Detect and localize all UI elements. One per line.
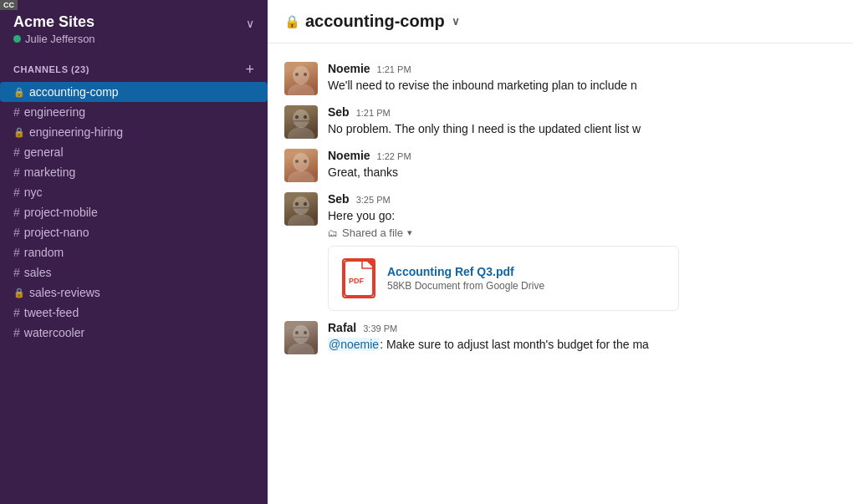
workspace-chevron[interactable]: ∨ xyxy=(246,17,254,30)
shared-file-line: 🗂Shared a file▾ xyxy=(328,227,836,239)
message-group: Seb3:25 PMHere you go:🗂Shared a file▾ PD… xyxy=(268,187,853,316)
channel-name-label: sales-reviews xyxy=(29,286,100,299)
channel-name-label: sales xyxy=(24,266,52,279)
channel-prefix-icon: # xyxy=(13,165,20,179)
sidebar-item-accounting-comp[interactable]: 🔒accounting-comp xyxy=(0,82,268,102)
svg-point-10 xyxy=(288,171,314,182)
svg-point-6 xyxy=(295,115,299,119)
svg-rect-17 xyxy=(293,207,309,209)
message-author: Seb xyxy=(328,192,350,206)
svg-point-9 xyxy=(293,153,309,171)
channel-name-label: project-nano xyxy=(24,226,89,239)
message-content: Rafal3:39 PM@noemie: Make sure to adjust… xyxy=(328,321,836,353)
message-group: Seb1:21 PMNo problem. The only thing I n… xyxy=(268,100,853,144)
file-name[interactable]: Accounting Ref Q3.pdf xyxy=(387,265,544,278)
message-text: Here you go: xyxy=(328,207,836,224)
message-time: 1:21 PM xyxy=(377,64,411,74)
message-content: Noemie1:21 PMWe'll need to revise the in… xyxy=(328,62,836,94)
sidebar-item-project-mobile[interactable]: #project-mobile xyxy=(0,202,268,222)
message-time: 3:25 PM xyxy=(356,195,391,205)
sidebar-item-project-nano[interactable]: #project-nano xyxy=(0,222,268,242)
svg-point-12 xyxy=(304,160,307,163)
message-header: Seb3:25 PM xyxy=(328,192,836,206)
cc-badge: CC xyxy=(0,0,18,10)
channel-name-label: marketing xyxy=(24,165,75,179)
user-display-name: Julie Jefferson xyxy=(25,33,95,45)
message-time: 3:39 PM xyxy=(363,323,397,333)
message-group: Noemie1:22 PMGreat, thanks xyxy=(268,144,853,187)
message-text: No problem. The only thing I need is the… xyxy=(328,120,836,137)
avatar xyxy=(284,321,318,354)
sidebar-item-watercooler[interactable]: #watercooler xyxy=(0,323,268,343)
channel-lock-icon: 🔒 xyxy=(284,14,300,29)
sidebar: Acme Sites Julie Jefferson ∨ CHANNELS (2… xyxy=(0,0,268,504)
workspace-name: Acme Sites xyxy=(13,13,95,31)
channel-prefix-icon: 🔒 xyxy=(13,87,25,98)
message-author: Seb xyxy=(328,105,350,119)
add-channel-button[interactable]: + xyxy=(245,62,254,77)
message-group: Rafal3:39 PM@noemie: Make sure to adjust… xyxy=(268,316,853,359)
sidebar-item-sales[interactable]: #sales xyxy=(0,262,268,283)
channel-prefix-icon: # xyxy=(13,145,20,159)
sidebar-item-nyc[interactable]: #nyc xyxy=(0,182,268,202)
channel-name-label: general xyxy=(24,145,64,159)
channel-name-label: project-mobile xyxy=(24,206,98,219)
sidebar-item-tweet-feed[interactable]: #tweet-feed xyxy=(0,303,268,323)
channel-prefix-icon: # xyxy=(13,186,20,199)
channel-prefix-icon: 🔒 xyxy=(13,127,25,138)
svg-point-0 xyxy=(293,66,309,84)
svg-point-4 xyxy=(293,109,309,128)
shared-chevron-icon[interactable]: ▾ xyxy=(407,227,412,238)
sidebar-item-marketing[interactable]: #marketing xyxy=(0,162,268,182)
sidebar-item-engineering[interactable]: #engineering xyxy=(0,102,268,122)
channel-prefix-icon: 🔒 xyxy=(13,288,25,298)
avatar xyxy=(284,62,318,95)
sidebar-item-random[interactable]: #random xyxy=(0,242,268,262)
avatar xyxy=(284,149,318,182)
sidebar-item-general[interactable]: #general xyxy=(0,142,268,162)
workspace-info: Acme Sites Julie Jefferson xyxy=(13,13,95,45)
channel-list: 🔒accounting-comp#engineering🔒engineering… xyxy=(0,82,268,504)
svg-point-7 xyxy=(304,115,307,119)
svg-point-2 xyxy=(295,73,299,76)
message-author: Noemie xyxy=(328,62,370,75)
message-content: Seb3:25 PMHere you go:🗂Shared a file▾ PD… xyxy=(328,192,836,311)
channel-prefix-icon: # xyxy=(13,226,20,239)
channel-name-label: nyc xyxy=(24,186,43,199)
svg-rect-8 xyxy=(293,120,309,122)
channel-header: 🔒 accounting-comp ∨ xyxy=(268,0,853,43)
svg-point-16 xyxy=(304,202,307,206)
message-content: Noemie1:22 PMGreat, thanks xyxy=(328,149,836,181)
sidebar-item-sales-reviews[interactable]: 🔒sales-reviews xyxy=(0,283,268,303)
workspace-header: Acme Sites Julie Jefferson ∨ xyxy=(0,0,268,53)
channel-header-chevron[interactable]: ∨ xyxy=(452,15,460,28)
channel-name-label: accounting-comp xyxy=(29,85,119,99)
channel-title: 🔒 accounting-comp ∨ xyxy=(284,12,460,31)
file-meta: 58KB Document from Google Drive xyxy=(387,280,544,292)
svg-point-23 xyxy=(304,331,307,334)
message-content: Seb1:21 PMNo problem. The only thing I n… xyxy=(328,105,836,137)
channels-label: CHANNELS (23) xyxy=(13,64,89,74)
channel-name-label: watercooler xyxy=(24,326,84,339)
channel-name-label: random xyxy=(24,246,64,259)
channel-name-label: engineering xyxy=(24,105,85,119)
file-card[interactable]: PDF Accounting Ref Q3.pdf58KB Document f… xyxy=(328,246,679,311)
message-header: Noemie1:21 PM xyxy=(328,62,836,75)
messages-list: Noemie1:21 PMWe'll need to revise the in… xyxy=(268,43,853,504)
channel-prefix-icon: # xyxy=(13,306,20,319)
user-status: Julie Jefferson xyxy=(13,33,95,45)
message-author: Rafal xyxy=(328,321,356,334)
message-time: 1:22 PM xyxy=(377,151,411,161)
channel-prefix-icon: # xyxy=(13,326,20,339)
svg-rect-24 xyxy=(294,337,309,338)
channel-prefix-icon: # xyxy=(13,105,20,119)
main-content: 🔒 accounting-comp ∨ Noemie1:21 PMWe'll n… xyxy=(268,0,853,504)
message-text: Great, thanks xyxy=(328,164,836,181)
channel-prefix-icon: # xyxy=(13,246,20,259)
svg-text:PDF: PDF xyxy=(349,277,365,285)
avatar xyxy=(284,105,318,139)
pdf-icon: PDF xyxy=(342,258,375,298)
svg-point-21 xyxy=(288,343,314,354)
sidebar-item-engineering-hiring[interactable]: 🔒engineering-hiring xyxy=(0,122,268,142)
channel-name-title: accounting-comp xyxy=(305,12,445,31)
